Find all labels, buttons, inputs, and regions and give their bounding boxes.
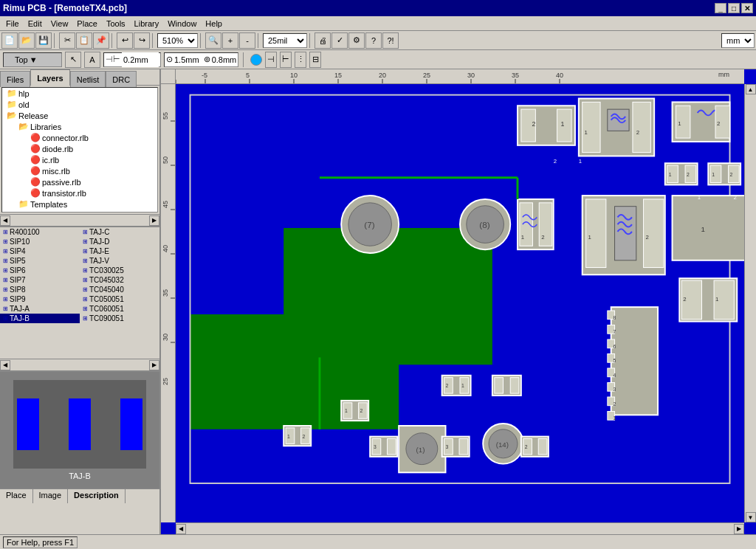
zoom-combo[interactable]: 510% 100% 200% 400% (157, 33, 198, 48)
part-r400100[interactable]: ⊞ R400100 (0, 227, 80, 237)
maximize-button[interactable]: □ (728, 3, 740, 13)
minimize-button[interactable]: _ (715, 3, 726, 13)
part-tc050051[interactable]: ⊞ TC050051 (80, 294, 159, 304)
hscroll-right-button[interactable]: ▶ (734, 524, 744, 534)
part-taj-c[interactable]: ⊞ TAJ-C (80, 227, 159, 237)
tab-drc[interactable]: DRC (106, 71, 137, 87)
menu-edit[interactable]: Edit (24, 18, 47, 30)
print-button[interactable]: 🖨 (315, 32, 331, 49)
zoom-in[interactable]: + (222, 32, 238, 49)
cam-button[interactable]: ⚙ (348, 32, 365, 49)
tree-item-release[interactable]: 📂 Release (2, 110, 157, 121)
part-sip9[interactable]: ⊞ SIP9 (0, 294, 80, 304)
part-tc045040[interactable]: ⊞ TC045040 (80, 285, 159, 294)
svg-text:2: 2 (532, 120, 535, 128)
tree-item-connector[interactable]: 🔴 connector.rlb (2, 132, 157, 143)
horizontal-scrollbar[interactable]: ◀ ▶ (176, 522, 744, 534)
menu-library[interactable]: Library (130, 18, 164, 30)
part-tc090051[interactable]: ⊞ TC090051 (80, 314, 159, 323)
parts-hscroll[interactable]: ◀ ▶ (0, 359, 159, 370)
part-taj-d[interactable]: ⊞ TAJ-D (80, 237, 159, 246)
menu-file[interactable]: File (1, 18, 24, 30)
part-label-taj-v: TAJ-V (89, 257, 109, 265)
part-taj-b[interactable]: ⊞ TAJ-B (0, 314, 80, 323)
preview-tab-image[interactable]: Image (33, 489, 69, 503)
redo-button[interactable]: ↪ (134, 32, 150, 49)
part-tc045032[interactable]: ⊞ TC045032 (80, 275, 159, 285)
svg-rect-125 (495, 378, 504, 393)
help-btn[interactable]: ? (365, 32, 382, 49)
vscroll-down-button[interactable]: ▼ (746, 512, 756, 522)
part-sip4[interactable]: ⊞ SIP4 (0, 246, 80, 256)
drc-button[interactable]: ✓ (331, 32, 348, 49)
part-taj-e[interactable]: ⊞ TAJ-E (80, 246, 159, 256)
part-tc060051[interactable]: ⊞ TC060051 (80, 304, 159, 314)
svg-text:2: 2 (303, 434, 306, 439)
text-tool[interactable]: A (84, 52, 100, 68)
help2-btn[interactable]: ?! (382, 32, 399, 49)
layer-btn2[interactable]: ⊣ (265, 52, 277, 68)
tree-hscroll-right[interactable]: ▶ (149, 215, 159, 226)
tab-files[interactable]: Files (0, 71, 30, 87)
zoom-fit[interactable]: 🔍 (205, 32, 221, 49)
layer-selector[interactable]: ▬ Top ▼ (3, 52, 62, 67)
select-tool[interactable]: ↖ (65, 52, 81, 68)
track-width-input[interactable] (122, 52, 159, 67)
tree-item-ic[interactable]: 🔴 ic.rlb (2, 154, 157, 165)
menu-window[interactable]: Window (163, 18, 201, 30)
menu-tools[interactable]: Tools (102, 18, 130, 30)
part-sip7[interactable]: ⊞ SIP7 (0, 275, 80, 285)
layer-btn5[interactable]: ⊟ (309, 52, 321, 68)
new-button[interactable]: 📄 (1, 32, 18, 49)
layer-btn3[interactable]: ⊢ (280, 52, 292, 68)
part-sip6[interactable]: ⊞ SIP6 (0, 266, 80, 275)
parts-hscroll-left[interactable]: ◀ (0, 360, 10, 370)
preview-tab-description[interactable]: Description (68, 489, 126, 503)
preview-tab-place[interactable]: Place (0, 489, 33, 503)
vscroll-up-button[interactable]: ▲ (746, 84, 756, 94)
part-icon-tc030025: ⊞ (83, 267, 88, 274)
part-sip8[interactable]: ⊞ SIP8 (0, 285, 80, 294)
parts-hscroll-right[interactable]: ▶ (149, 360, 159, 370)
open-button[interactable]: 📂 (18, 32, 35, 49)
part-tc030025[interactable]: ⊞ TC030025 (80, 266, 159, 275)
layer-btn1[interactable] (250, 54, 262, 66)
tree-item-hlp[interactable]: 📁 hlp (2, 88, 157, 99)
copy-button[interactable]: 📋 (76, 32, 92, 49)
close-button[interactable]: ✕ (741, 3, 753, 13)
layer-btn4[interactable]: ⋮ (295, 52, 306, 68)
tree-hscroll[interactable]: ◀ ▶ (0, 214, 159, 226)
unit-combo[interactable]: mm mil (721, 33, 755, 48)
save-button[interactable]: 💾 (35, 32, 52, 49)
tree-item-templates[interactable]: 📁 Templates (2, 198, 157, 210)
part-sip10[interactable]: ⊞ SIP10 (0, 237, 80, 246)
tree-item-old[interactable]: 📁 old (2, 99, 157, 110)
part-taj-a[interactable]: ⊞ TAJ-A (0, 304, 80, 314)
file-icon-passive: 🔴 (30, 177, 41, 187)
part-sip5[interactable]: ⊞ SIP5 (0, 256, 80, 266)
grid-combo[interactable]: 25mil 10mil 5mil (263, 33, 307, 48)
tree-item-diode[interactable]: 🔴 diode.rlb (2, 143, 157, 154)
tree-item-transistor[interactable]: 🔴 transistor.rlb (2, 187, 157, 198)
menu-help[interactable]: Help (201, 18, 227, 30)
tab-netlist[interactable]: Netlist (70, 71, 106, 87)
ruler-top: -5 5 10 15 20 25 30 35 40 (176, 69, 744, 84)
tree-item-misc[interactable]: 🔴 misc.rlb (2, 165, 157, 176)
svg-text:35: 35 (512, 72, 519, 79)
tree-item-passive[interactable]: 🔴 passive.rlb (2, 176, 157, 187)
svg-text:4: 4 (614, 373, 616, 378)
tab-layers[interactable]: Layers (30, 69, 69, 86)
undo-button[interactable]: ↩ (117, 32, 133, 49)
paste-button[interactable]: 📌 (93, 32, 109, 49)
pcb-canvas[interactable]: 2 1 1 2 1 2 (176, 84, 744, 522)
menu-view[interactable]: View (47, 18, 73, 30)
hscroll-left-button[interactable]: ◀ (176, 524, 186, 534)
svg-text:1: 1 (701, 225, 705, 233)
cut-button[interactable]: ✂ (59, 32, 75, 49)
menu-place[interactable]: Place (72, 18, 102, 30)
vertical-scrollbar[interactable]: ▲ ▼ (744, 84, 756, 522)
part-taj-v[interactable]: ⊞ TAJ-V (80, 256, 159, 266)
tree-item-libraries[interactable]: 📂 Libraries (2, 121, 157, 132)
zoom-out[interactable]: - (239, 32, 255, 49)
tree-hscroll-left[interactable]: ◀ (0, 215, 10, 226)
